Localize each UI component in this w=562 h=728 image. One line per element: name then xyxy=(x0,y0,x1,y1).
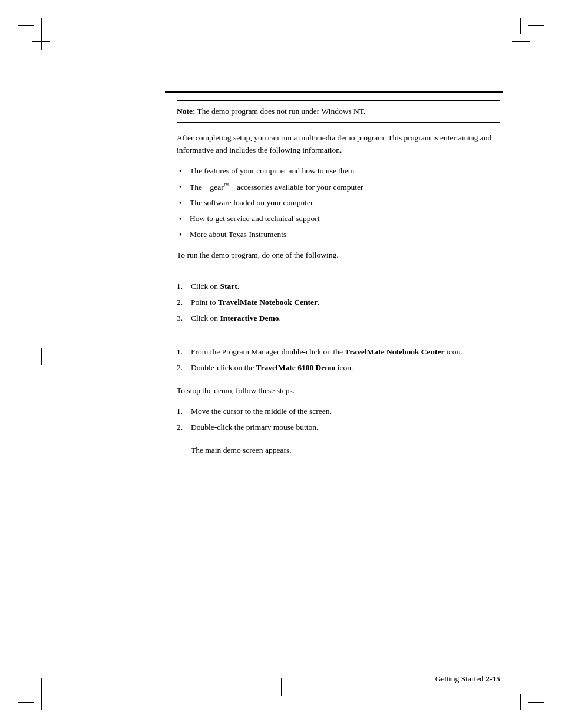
run-paragraph: To run the demo program, do one of the f… xyxy=(177,249,500,262)
step-stop-text-1: Move the cursor to the middle of the scr… xyxy=(191,406,500,418)
bullet-item-1: The features of your computer and how to… xyxy=(177,165,500,177)
step-win95-3: 3. Click on Interactive Demo. xyxy=(177,312,500,325)
step-stop-1: 1. Move the cursor to the middle of the … xyxy=(177,406,500,418)
step-win95-2: 2. Point to TravelMate Notebook Center. xyxy=(177,297,500,309)
tick-br-h xyxy=(528,702,544,703)
step-win31-text-2: Double-click on the TravelMate 6100 Demo… xyxy=(191,362,500,374)
steps-win95: 1. Click on Start. 2. Point to TravelMat… xyxy=(177,281,500,325)
tick-tr-h xyxy=(528,25,544,26)
step-win95-1: 1. Click on Start. xyxy=(177,281,500,293)
step-win31-bold-2: TravelMate 6100 Demo xyxy=(256,363,336,372)
steps-win31: 1. From the Program Manager double-click… xyxy=(177,346,500,374)
step-win31-bold-1: TravelMate Notebook Center xyxy=(345,347,444,356)
main-content: Note: The demo program does not run unde… xyxy=(177,100,500,657)
appears-text: The main demo screen appears. xyxy=(191,444,500,457)
crosshair-top-left xyxy=(32,32,50,50)
step-num-1: 1. xyxy=(177,281,191,293)
top-rule xyxy=(165,91,503,93)
bullet-item-4: How to get service and technical support xyxy=(177,213,500,225)
tick-bl-v xyxy=(41,694,42,710)
crosshair-top-right xyxy=(512,32,530,50)
note-label: Note: xyxy=(177,107,195,116)
step-text-2: Point to TravelMate Notebook Center. xyxy=(191,297,500,309)
step-win31-num-2: 2. xyxy=(177,362,191,374)
step-win31-2: 2. Double-click on the TravelMate 6100 D… xyxy=(177,362,500,374)
step-win31-text-1: From the Program Manager double-click on… xyxy=(191,346,500,358)
step-stop-num-2: 2. xyxy=(177,421,191,434)
appears-container: The main demo screen appears. xyxy=(177,444,500,457)
footer: Getting Started 2-15 xyxy=(0,674,562,684)
note-box: Note: The demo program does not run unde… xyxy=(177,100,500,123)
stop-paragraph: To stop the demo, follow these steps. xyxy=(177,385,500,397)
step-num-3: 3. xyxy=(177,312,191,325)
step-bold-2: TravelMate Notebook Center xyxy=(218,298,318,307)
spacer-2 xyxy=(177,335,500,346)
crosshair-mid-left xyxy=(32,348,50,365)
step-win31-1: 1. From the Program Manager double-click… xyxy=(177,346,500,358)
step-text-1: Click on Start. xyxy=(191,281,500,293)
footer-page-num: 2-15 xyxy=(485,674,500,683)
spacer-1 xyxy=(177,270,500,281)
step-bold-1: Start xyxy=(220,282,237,291)
bullet-list: The features of your computer and how to… xyxy=(177,165,500,241)
bullet-item-2: The gear™ accessories available for your… xyxy=(177,181,500,193)
note-body: The demo program does not run under Wind… xyxy=(195,107,365,116)
steps-stop: 1. Move the cursor to the middle of the … xyxy=(177,406,500,434)
step-stop-text-2: Double-click the primary mouse button. xyxy=(191,421,500,434)
note-text: Note: The demo program does not run unde… xyxy=(177,106,500,117)
step-bold-3: Interactive Demo xyxy=(220,314,279,322)
step-stop-num-1: 1. xyxy=(177,406,191,418)
bullet-item-3: The software loaded on your computer xyxy=(177,197,500,209)
page: Note: The demo program does not run unde… xyxy=(0,0,562,728)
step-win31-num-1: 1. xyxy=(177,346,191,358)
tick-tr-v xyxy=(520,18,521,34)
tick-bl-h xyxy=(18,702,34,703)
step-text-3: Click on Interactive Demo. xyxy=(191,312,500,325)
step-num-2: 2. xyxy=(177,297,191,309)
bullet-item-5: More about Texas Instruments xyxy=(177,229,500,241)
tick-tl-v xyxy=(41,18,42,34)
footer-text-before: Getting Started xyxy=(435,674,485,683)
tick-tl-h xyxy=(18,25,34,26)
crosshair-mid-right xyxy=(512,348,530,365)
intro-paragraph: After completing setup, you can run a mu… xyxy=(177,132,500,157)
tick-br-v xyxy=(520,694,521,710)
step-stop-2: 2. Double-click the primary mouse button… xyxy=(177,421,500,434)
